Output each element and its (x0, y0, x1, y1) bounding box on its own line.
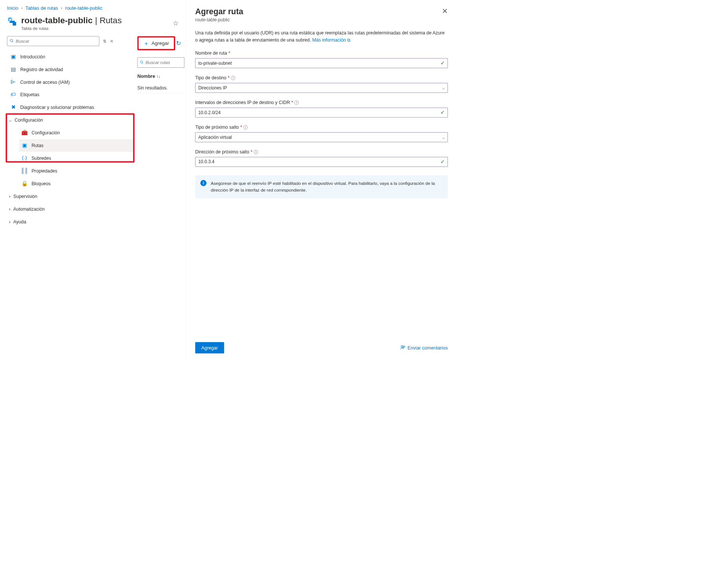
search-icon (140, 60, 144, 65)
sidebar-item-intro[interactable]: ▣ Introducción (7, 50, 134, 63)
chevron-right-icon: › (9, 219, 10, 224)
info-icon[interactable]: i (295, 101, 299, 105)
sidebar-group-label: Automatización (13, 206, 45, 211)
sidebar-item-label: Control de acceso (IAM) (20, 79, 70, 85)
gear-icon: 🧰 (21, 130, 28, 136)
sidebar-search-input[interactable] (16, 39, 97, 44)
sidebar-item-label: Configuración (31, 130, 60, 135)
breadcrumb: Inicio › Tablas de rutas › route-table-p… (7, 0, 186, 14)
sidebar-item-subnets[interactable]: ⟨·⟩ Subredes (18, 152, 134, 165)
favorite-star-icon[interactable]: ☆ (173, 19, 179, 27)
collapse-sidebar-icon[interactable]: « (110, 38, 113, 44)
sidebar-item-label: Registro de actividad (20, 67, 63, 72)
route-name-field[interactable]: ✓ (195, 58, 448, 68)
hop-type-select[interactable]: Aplicación virtual ⌵ (195, 132, 448, 142)
info-icon[interactable]: i (254, 150, 258, 154)
check-icon: ✓ (440, 110, 445, 116)
info-icon[interactable]: i (243, 125, 248, 129)
search-routes-box[interactable] (137, 57, 185, 68)
sidebar-item-iam[interactable]: ᐕ Control de acceso (IAM) (7, 76, 134, 88)
sidebar-item-properties[interactable]: ║║ Propiedades (18, 165, 134, 177)
submit-button[interactable]: Agregar (195, 342, 224, 353)
label-hop-addr: Dirección de próximo salto* i (195, 149, 448, 155)
dest-type-value: Direcciones IP (198, 85, 442, 91)
svg-point-0 (8, 17, 12, 22)
svg-point-1 (10, 39, 13, 42)
sidebar-item-label: Diagnosticar y solucionar problemas (20, 105, 94, 110)
sidebar-item-diagnose[interactable]: ✖ Diagnosticar y solucionar problemas (7, 101, 134, 114)
panel-title: Agregar ruta (195, 7, 243, 16)
tag-icon: 🏷 (10, 92, 16, 98)
divider (137, 93, 185, 94)
svg-point-3 (140, 61, 143, 63)
cidr-field[interactable]: ✓ (195, 108, 448, 117)
hop-type-value: Aplicación virtual (198, 135, 442, 140)
add-route-button[interactable]: ＋ Agregar (139, 37, 174, 49)
sidebar-item-tags[interactable]: 🏷 Etiquetas (7, 88, 134, 101)
learn-more-link[interactable]: Más información ⧉ (312, 37, 351, 43)
table-column-name[interactable]: Nombre ↑↓ (137, 74, 186, 79)
sidebar-group-label: Ayuda (13, 219, 26, 224)
routes-icon: ▣ (21, 143, 28, 149)
breadcrumb-current[interactable]: route-table-public (65, 5, 102, 11)
subnet-icon: ⟨·⟩ (21, 155, 28, 161)
search-icon (10, 39, 14, 43)
check-icon: ✓ (440, 60, 445, 66)
label-cidr: Intervalos de direcciones IP de destino … (195, 100, 448, 105)
external-link-icon: ⧉ (347, 37, 351, 43)
search-sort-icon[interactable]: ⇅ (103, 39, 106, 44)
chevron-right-icon: › (9, 193, 10, 199)
route-table-icon (7, 16, 18, 27)
plus-icon: ＋ (143, 40, 149, 47)
sidebar-item-label: Subredes (31, 155, 51, 161)
info-icon[interactable]: i (231, 76, 235, 80)
sidebar-group-config[interactable]: ⌵ Configuración (7, 114, 134, 126)
sidebar-item-locks[interactable]: 🔒 Bloqueos (18, 177, 134, 190)
svg-point-5 (401, 345, 403, 347)
properties-icon: ║║ (21, 168, 28, 174)
route-name-input[interactable] (198, 61, 440, 66)
hop-addr-field[interactable]: ✓ (195, 157, 448, 167)
feedback-label: Enviar comentarios (407, 345, 448, 350)
hop-addr-input[interactable] (198, 159, 440, 165)
sidebar-item-configuration[interactable]: 🧰 Configuración (18, 126, 134, 139)
feedback-link[interactable]: Enviar comentarios (400, 345, 448, 351)
highlight-add-button: ＋ Agregar (137, 36, 175, 51)
activity-log-icon: ▤ (10, 66, 16, 72)
page-title: route-table-public | Rutas (21, 15, 122, 25)
dest-type-select[interactable]: Direcciones IP ⌵ (195, 83, 448, 93)
sidebar-item-label: Rutas (31, 143, 43, 148)
sidebar-item-label: Etiquetas (20, 92, 39, 97)
sort-icon: ↑↓ (157, 74, 161, 79)
svg-line-2 (12, 41, 13, 42)
route-table-icon: ▣ (10, 54, 16, 59)
cidr-input[interactable] (198, 110, 440, 115)
iam-icon: ᐕ (10, 79, 16, 85)
table-column-label: Nombre (137, 74, 155, 79)
breadcrumb-tables[interactable]: Tablas de rutas (25, 5, 58, 11)
label-hop-type: Tipo de próximo salto* i (195, 125, 448, 130)
sidebar-group-help[interactable]: › Ayuda (7, 215, 134, 228)
diagnose-icon: ✖ (10, 104, 16, 110)
chevron-down-icon: ⌵ (9, 117, 12, 123)
sidebar-item-activity[interactable]: ▤ Registro de actividad (7, 63, 134, 76)
sidebar-group-supervision[interactable]: › Supervisión (7, 190, 134, 202)
label-route-name: Nombre de ruta* (195, 51, 448, 56)
close-icon[interactable]: ✕ (442, 7, 448, 15)
breadcrumb-home[interactable]: Inicio (7, 5, 18, 11)
chevron-right-icon: › (61, 6, 63, 10)
lock-icon: 🔒 (21, 180, 28, 186)
sidebar-item-label: Introducción (20, 54, 45, 59)
sidebar-group-automation[interactable]: › Automatización (7, 202, 134, 215)
feedback-icon (400, 345, 405, 351)
sidebar-group-label: Supervisión (13, 193, 37, 199)
info-callout: i Asegúrese de que el reenvío IP esté ha… (195, 175, 448, 198)
panel-subtitle: route-table-public (195, 17, 243, 22)
chevron-down-icon: ⌵ (442, 85, 445, 91)
sidebar-item-routes[interactable]: ▣ Rutas (18, 139, 134, 152)
refresh-icon[interactable]: ↻ (176, 40, 181, 47)
sidebar-search[interactable] (7, 36, 99, 46)
label-dest-type: Tipo de destino* i (195, 75, 448, 80)
sidebar-item-label: Propiedades (31, 168, 57, 173)
sidebar-group-label: Configuración (15, 117, 43, 123)
